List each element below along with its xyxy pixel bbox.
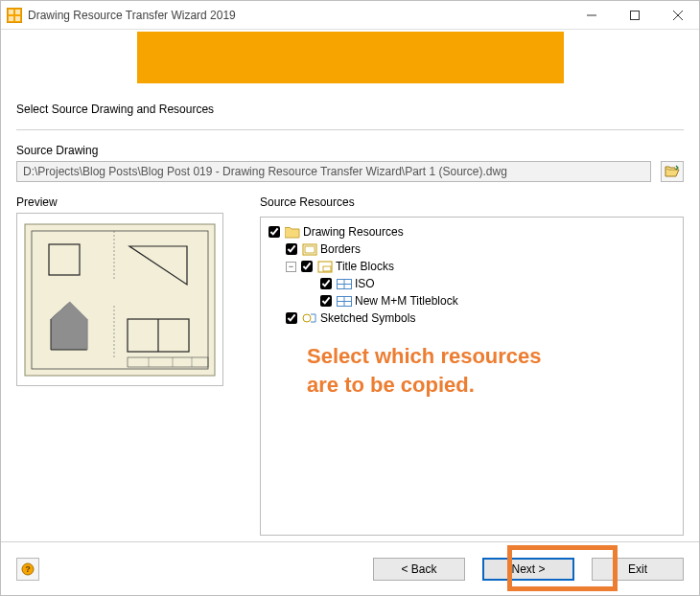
collapse-icon[interactable]: − [286,262,296,272]
resources-tree-box: Drawing Resources Borders [260,217,684,536]
tree-label: Drawing Resources [303,223,404,241]
titleblock-icon [337,276,352,291]
separator [16,129,684,130]
annotation-line1: Select which resources [307,344,542,368]
next-button[interactable]: Next > [482,558,574,581]
resources-tree[interactable]: Drawing Resources Borders [268,223,675,327]
drawing-preview-image [24,223,216,377]
svg-text:?: ? [25,564,31,574]
preview-box [16,213,223,386]
maximize-button[interactable] [613,1,656,29]
border-icon [302,241,317,257]
tree-node-borders[interactable]: Borders [286,241,675,258]
checkbox-borders[interactable] [286,243,297,255]
close-button[interactable] [656,1,699,29]
checkbox-drawing-resources[interactable] [268,226,280,238]
banner-area [1,30,699,85]
tree-node-titleblocks[interactable]: − Title Blocks [286,258,675,275]
svg-rect-22 [318,262,332,272]
annotation-text: Select which resources are to be copied. [307,342,542,399]
folder-icon [285,224,300,240]
preview-label: Preview [16,195,225,209]
svg-rect-9 [25,224,215,376]
tree-label: Sketched Symbols [320,309,415,327]
titleblock-group-icon [317,259,333,274]
tree-node-newmm[interactable]: New M+M Titleblock [303,292,675,309]
checkbox-new-mm[interactable] [320,295,332,307]
titlebar: Drawing Resource Transfer Wizard 2019 [1,1,699,30]
content-area: Select Source Drawing and Resources Sour… [1,85,699,541]
tree-node-iso[interactable]: ISO [303,275,675,292]
help-icon: ? [21,562,35,576]
titleblock-icon [337,293,352,309]
svg-rect-4 [15,16,20,21]
annotation-line2: are to be copied. [307,373,475,397]
svg-point-30 [303,314,311,322]
tree-node-sketched[interactable]: Sketched Symbols [286,309,675,327]
back-button[interactable]: < Back [373,558,465,581]
browse-button[interactable] [661,161,684,182]
tree-label: Title Blocks [336,258,394,275]
help-button[interactable]: ? [16,558,39,581]
checkbox-iso[interactable] [320,278,332,289]
footer: ? < Back Next > Exit [1,541,699,595]
preview-column: Preview [16,195,225,536]
banner [137,32,564,83]
window-title: Drawing Resource Transfer Wizard 2019 [28,9,570,22]
resources-column: Source Resources Drawing Resources [260,195,684,536]
source-path-row [16,161,684,182]
tree-label: ISO [355,275,375,292]
source-path-input[interactable] [16,161,651,182]
source-drawing-label: Source Drawing [16,144,684,157]
app-icon [7,8,22,23]
svg-rect-6 [630,11,639,19]
resources-label: Source Resources [260,195,684,209]
tree-label: Borders [320,241,361,258]
window-controls [570,1,699,29]
checkbox-title-blocks[interactable] [301,261,313,272]
svg-rect-1 [9,10,13,14]
checkbox-sketched-symbols[interactable] [286,312,297,324]
sketched-symbol-icon [302,310,317,326]
folder-open-icon [665,165,680,178]
tree-node-root[interactable]: Drawing Resources [268,223,675,241]
exit-button[interactable]: Exit [592,558,684,581]
tree-label: New M+M Titleblock [355,292,458,309]
svg-rect-2 [15,10,20,14]
svg-rect-3 [9,16,13,21]
wizard-window: Drawing Resource Transfer Wizard 2019 Se… [0,0,700,596]
page-heading: Select Source Drawing and Resources [16,103,684,116]
minimize-button[interactable] [570,1,613,29]
